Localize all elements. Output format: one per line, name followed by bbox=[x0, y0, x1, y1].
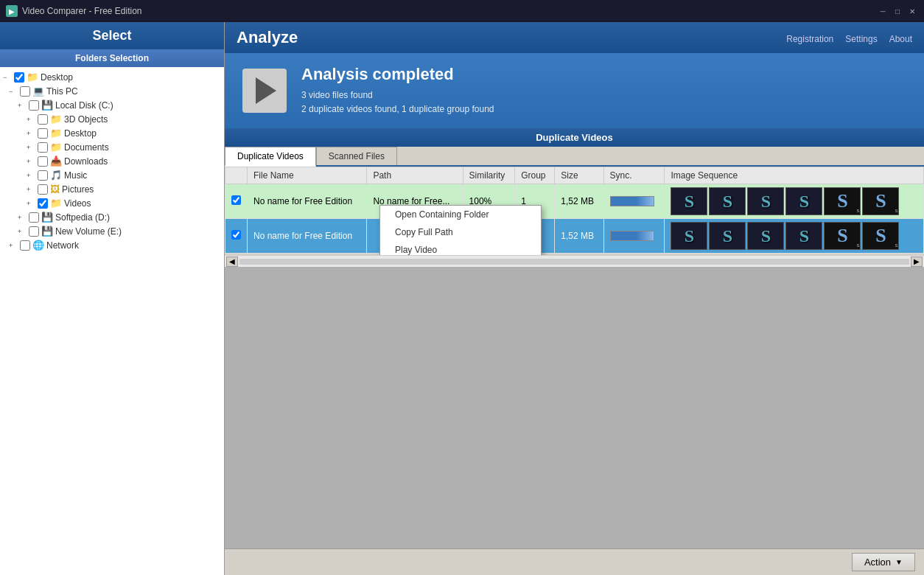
scroll-track[interactable] bbox=[239, 259, 909, 265]
tree-item-desktop-sub[interactable]: + 📁 Desktop bbox=[0, 126, 224, 140]
tree-item-network[interactable]: + 🌐 Network bbox=[0, 238, 224, 252]
table-row: No name for Free Edition 1 1,52 MB S S bbox=[225, 219, 924, 254]
empty-area bbox=[225, 267, 924, 548]
videos-icon: 📁 bbox=[50, 198, 62, 209]
app-icon: ▶ bbox=[6, 5, 18, 17]
thumb-2: S bbox=[709, 187, 746, 215]
ctx-copy-path[interactable]: Copy Full Path bbox=[380, 223, 541, 241]
thumb-icon: S bbox=[761, 226, 771, 246]
bottom-bar: Action ▼ bbox=[225, 548, 924, 575]
maximize-button[interactable]: □ bbox=[892, 5, 903, 17]
thumb-1: S bbox=[671, 187, 707, 215]
folder-icon: 📁 bbox=[27, 72, 38, 83]
expand-icon[interactable]: + bbox=[18, 228, 27, 235]
checkbox-localdisk[interactable] bbox=[29, 100, 39, 111]
tree-item-music[interactable]: + 🎵 Music bbox=[0, 168, 224, 182]
expand-icon[interactable]: + bbox=[9, 242, 18, 249]
tree-item-downloads[interactable]: + 📥 Downloads bbox=[0, 154, 224, 168]
expand-icon[interactable]: + bbox=[27, 200, 35, 207]
app-container: Select Folders Selection − 📁 Desktop − 💻… bbox=[0, 22, 924, 575]
about-link[interactable]: About bbox=[889, 34, 912, 44]
checkbox-network[interactable] bbox=[20, 240, 30, 251]
tree-item-pictures[interactable]: + 🖼 Pictures bbox=[0, 182, 224, 196]
disk-d-icon: 💾 bbox=[41, 212, 53, 223]
scroll-left-btn[interactable]: ◀ bbox=[226, 257, 238, 267]
col-sync: Sync. bbox=[603, 167, 665, 184]
thumb-strip-1: S S S S S s S s bbox=[671, 187, 917, 215]
checkbox-music[interactable] bbox=[38, 170, 48, 181]
tree-item-newvolume[interactable]: + 💾 New Volume (E:) bbox=[0, 224, 224, 238]
expand-icon[interactable]: + bbox=[18, 102, 27, 109]
tree-label-localdisk: Local Disk (C:) bbox=[55, 100, 113, 111]
row2-sync bbox=[603, 219, 665, 254]
horizontal-scrollbar[interactable]: ◀ ▶ bbox=[225, 255, 924, 267]
expand-icon[interactable]: + bbox=[27, 130, 35, 137]
expand-icon[interactable]: + bbox=[27, 116, 35, 123]
tree-label-pictures: Pictures bbox=[62, 184, 94, 195]
expand-icon[interactable]: + bbox=[27, 172, 35, 179]
row2-checkbox-cell[interactable] bbox=[225, 219, 248, 254]
row1-checkbox-cell[interactable] bbox=[225, 184, 248, 219]
tab-scanned-files[interactable]: Scanned Files bbox=[316, 147, 397, 165]
row2-size: 1,52 MB bbox=[555, 219, 603, 254]
context-menu: Open Containing Folder Copy Full Path Pl… bbox=[379, 205, 542, 255]
tree-label-desktop: Desktop bbox=[41, 72, 73, 83]
thumb-10: S bbox=[785, 222, 822, 250]
analysis-text: Analysis completed 3 video files found 2… bbox=[301, 65, 494, 116]
tree-item-softpedia[interactable]: + 💾 Softpedia (D:) bbox=[0, 210, 224, 224]
tree-item-desktop[interactable]: − 📁 Desktop bbox=[0, 70, 224, 84]
right-panel: Analyze Registration Settings About Anal… bbox=[225, 22, 924, 575]
checkbox-desktop[interactable] bbox=[14, 72, 24, 83]
nav-links: Registration Settings About bbox=[786, 28, 912, 44]
row2-checkbox[interactable] bbox=[231, 230, 241, 240]
tree-item-3dobjects[interactable]: + 📁 3D Objects bbox=[0, 112, 224, 126]
disk-icon: 💾 bbox=[41, 100, 53, 111]
tree-item-documents[interactable]: + 📁 Documents bbox=[0, 140, 224, 154]
titlebar-left: ▶ Video Comparer - Free Edition bbox=[6, 5, 142, 17]
expand-icon[interactable]: + bbox=[27, 144, 35, 151]
tab-duplicate-videos[interactable]: Duplicate Videos bbox=[225, 147, 316, 167]
checkbox-3dobjects[interactable] bbox=[38, 114, 48, 125]
settings-link[interactable]: Settings bbox=[845, 34, 877, 44]
tree-item-localdisk[interactable]: + 💾 Local Disk (C:) bbox=[0, 98, 224, 112]
music-icon: 🎵 bbox=[50, 170, 62, 181]
checkbox-documents[interactable] bbox=[38, 142, 48, 153]
ctx-play-video[interactable]: Play Video bbox=[380, 241, 541, 255]
checkbox-desktop-sub[interactable] bbox=[38, 128, 48, 139]
expand-icon[interactable]: + bbox=[27, 186, 35, 193]
analyze-title: Analyze bbox=[237, 28, 298, 47]
analysis-detail-2: 2 duplicate videos found, 1 duplicate gr… bbox=[301, 102, 494, 116]
expand-icon[interactable]: + bbox=[18, 214, 27, 221]
checkbox-downloads[interactable] bbox=[38, 156, 48, 167]
tree-label-videos: Videos bbox=[64, 198, 91, 209]
computer-icon: 💻 bbox=[32, 86, 44, 97]
checkbox-thispc[interactable] bbox=[20, 86, 30, 97]
expand-icon[interactable]: − bbox=[9, 88, 18, 95]
thumb-8: S bbox=[709, 222, 746, 250]
scroll-right-btn[interactable]: ▶ bbox=[911, 257, 923, 267]
ctx-open-folder[interactable]: Open Containing Folder bbox=[380, 206, 541, 223]
col-size: Size bbox=[555, 167, 603, 184]
window-controls[interactable]: ─ □ ✕ bbox=[877, 5, 918, 17]
action-button[interactable]: Action ▼ bbox=[852, 553, 915, 571]
minimize-button[interactable]: ─ bbox=[877, 5, 889, 17]
expand-icon[interactable]: − bbox=[3, 74, 12, 81]
expand-icon[interactable]: + bbox=[27, 158, 35, 165]
tree-item-thispc[interactable]: − 💻 This PC bbox=[0, 84, 224, 98]
checkbox-pictures[interactable] bbox=[38, 184, 48, 195]
tree-view[interactable]: − 📁 Desktop − 💻 This PC + 💾 Local Disk (… bbox=[0, 67, 224, 575]
thumb-icon: S bbox=[685, 226, 694, 246]
app-title: Video Comparer - Free Edition bbox=[22, 6, 142, 16]
checkbox-newvolume[interactable] bbox=[29, 226, 39, 237]
row1-images: S S S S S s S s bbox=[665, 184, 924, 219]
checkbox-softpedia[interactable] bbox=[29, 212, 39, 223]
checkbox-videos[interactable] bbox=[38, 198, 48, 209]
close-button[interactable]: ✕ bbox=[906, 5, 918, 17]
registration-link[interactable]: Registration bbox=[786, 34, 833, 44]
folders-header: Folders Selection bbox=[0, 49, 224, 67]
play-button[interactable] bbox=[242, 69, 287, 113]
tree-label-3dobjects: 3D Objects bbox=[64, 114, 108, 125]
thumb-7: S bbox=[671, 222, 707, 250]
tree-item-videos[interactable]: + 📁 Videos bbox=[0, 196, 224, 210]
row1-checkbox[interactable] bbox=[231, 195, 241, 205]
